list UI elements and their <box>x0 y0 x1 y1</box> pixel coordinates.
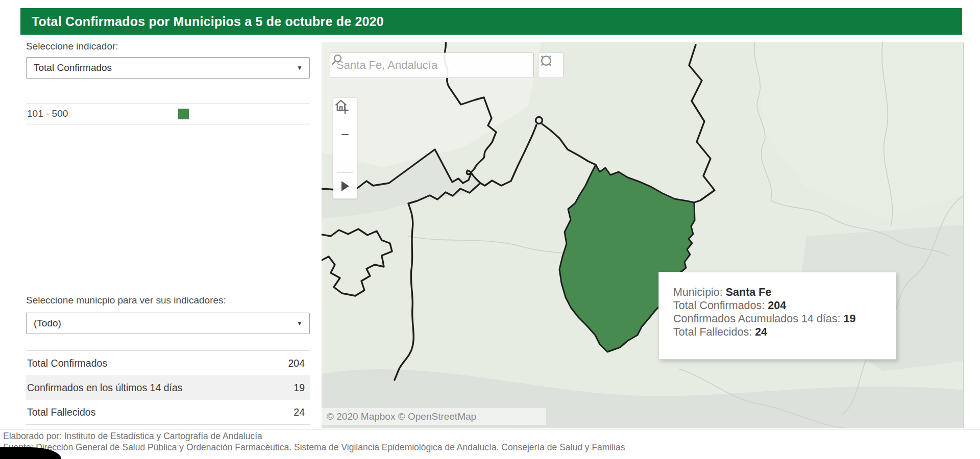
crosshair-icon <box>538 53 554 68</box>
tooltip-value: 19 <box>843 313 855 325</box>
tooltip-label: Total Confirmados: <box>673 299 768 312</box>
tooltip-value: 24 <box>755 326 767 338</box>
footer-elaborado: Elaborado por: Instituto de Estadística … <box>3 431 625 442</box>
row-label: Total Fallecidos <box>27 406 95 418</box>
municipio-dropdown[interactable]: (Todo) ▼ <box>26 313 310 334</box>
indicator-dropdown[interactable]: Total Confirmados ▼ <box>26 57 310 79</box>
dashboard-title: Total Confirmados por Municipios a 5 de … <box>20 8 962 35</box>
chevron-down-icon: ▼ <box>297 58 303 78</box>
tooltip-line: Total Fallecidos: 24 <box>673 325 896 339</box>
indicator-dropdown-value: Total Confirmados <box>34 62 112 73</box>
toolbar-divider <box>337 172 353 173</box>
arrow-right-icon <box>341 181 349 191</box>
tooltip-value: 204 <box>768 299 786 312</box>
map-tooltip: Municipio: Santa Fe Total Confirmados: 2… <box>658 272 896 360</box>
map-canvas[interactable] <box>322 42 964 428</box>
row-value: 19 <box>293 382 305 394</box>
map-attribution[interactable]: © 2020 Mapbox © OpenStreetMap <box>322 408 546 425</box>
legend-item[interactable]: 101 - 500 <box>26 103 310 124</box>
table-row[interactable]: Total Confirmados 204 <box>26 351 310 375</box>
home-icon <box>333 98 349 113</box>
search-icon <box>330 53 344 66</box>
chevron-down-icon: ▼ <box>297 313 303 334</box>
zoom-out-button[interactable]: − <box>333 122 357 147</box>
home-button[interactable] <box>333 147 357 171</box>
tooltip-line: Confirmados Acumulados 14 días: 19 <box>673 312 896 325</box>
tooltip-value: Santa Fe <box>726 286 772 298</box>
municipio-dropdown-value: (Todo) <box>34 318 61 328</box>
tooltip-line: Municipio: Santa Fe <box>673 286 896 299</box>
tooltip-line: Total Confirmados: 204 <box>673 299 896 312</box>
indicator-label: Seleccione indicador: <box>26 41 118 52</box>
tooltip-label: Confirmados Acumulados 14 días: <box>673 313 843 325</box>
tooltip-label: Municipio: <box>673 286 726 298</box>
footer-fuente: Fuente: Dirección General de Salud Públi… <box>3 442 625 453</box>
municipio-label: Seleccione municpio para ver sus indicad… <box>26 295 226 306</box>
table-row[interactable]: Confirmados en los últimos 14 días 19 <box>26 375 310 400</box>
sidebar: Seleccione indicador: Total Confirmados … <box>20 35 315 427</box>
footer: Elaborado por: Instituto de Estadística … <box>3 431 625 453</box>
indicators-table: Total Confirmados 204 Confirmados en los… <box>26 350 310 425</box>
pan-mode-button[interactable] <box>333 174 357 198</box>
footer-divider <box>0 429 980 429</box>
search-input[interactable] <box>336 59 527 72</box>
row-value: 204 <box>288 358 305 369</box>
choropleth-map[interactable]: + − © 2020 Mapbox © OpenStreetMap Munici… <box>322 42 964 428</box>
row-label: Total Confirmados <box>27 358 107 369</box>
row-value: 24 <box>293 406 305 418</box>
legend-color-swatch <box>178 109 189 119</box>
map-search-box <box>330 53 534 78</box>
tooltip-label: Total Fallecidos: <box>673 326 755 338</box>
table-row[interactable]: Total Fallecidos 24 <box>26 400 310 424</box>
legend-range-label: 101 - 500 <box>26 108 68 119</box>
locate-button[interactable] <box>538 53 564 78</box>
row-label: Confirmados en los últimos 14 días <box>27 382 183 394</box>
map-toolbar: + − <box>333 97 357 199</box>
